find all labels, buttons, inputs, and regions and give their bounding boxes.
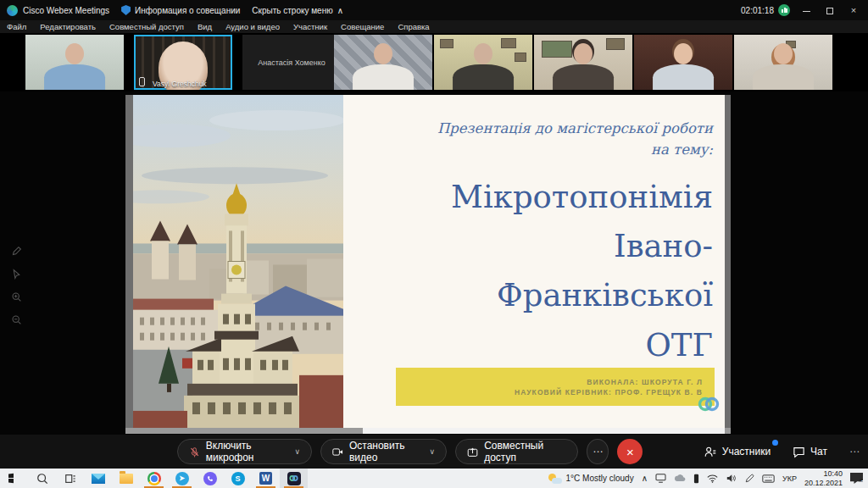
shared-slide-frame: Презентація до магістерської роботи на т… [125, 95, 731, 428]
tray-touch-keyboard-icon[interactable] [762, 474, 775, 483]
slide-photo-ivano-frankivsk [133, 95, 343, 428]
meeting-info-label: Информация о совещании [135, 6, 240, 15]
annotation-toolbar [11, 246, 22, 325]
mic-options-chevron-icon[interactable]: ∨ [295, 447, 301, 456]
more-options-button[interactable]: ⋯ [587, 439, 609, 464]
annotate-icon[interactable] [11, 246, 22, 257]
task-view-button[interactable] [56, 469, 84, 488]
taskbar-viber-app[interactable] [196, 469, 224, 488]
menu-participant[interactable]: Участник [293, 22, 327, 31]
meeting-info-button[interactable]: Информация о совещании [121, 5, 240, 15]
participant-tile[interactable] [25, 35, 124, 90]
tray-phone-icon[interactable] [693, 474, 699, 484]
stop-video-label: Остановить видео [349, 440, 424, 463]
participants-panel-button[interactable]: Участники [704, 446, 771, 458]
participant-tile[interactable]: Анастасія Хоменко [242, 35, 341, 90]
taskbar-word-app[interactable]: W [252, 469, 280, 488]
chat-icon [793, 446, 805, 458]
slide-title-line2: Івано- [352, 222, 713, 271]
shield-icon [121, 5, 131, 15]
menu-meeting[interactable]: Совещание [341, 22, 384, 31]
tray-volume-icon[interactable] [726, 474, 737, 483]
participant-tile[interactable] [734, 35, 832, 90]
skype-icon: S [231, 472, 245, 485]
participant-video-strip: Vasyl Greshchuk Анастасія Хоменко [0, 33, 868, 92]
zoom-out-icon[interactable] [11, 314, 22, 325]
taskbar-mail-app[interactable] [84, 469, 112, 488]
weather-icon [548, 474, 562, 484]
search-button[interactable] [28, 469, 56, 488]
notification-count-badge: 2 [859, 479, 866, 486]
maximize-button[interactable] [822, 5, 837, 15]
start-button[interactable] [0, 469, 28, 488]
title-bar: Cisco Webex Meetings Информация о совеща… [0, 0, 868, 20]
tray-wifi-icon[interactable] [707, 474, 718, 483]
zoom-in-icon[interactable] [11, 291, 22, 302]
pointer-icon[interactable] [11, 269, 22, 280]
video-options-chevron-icon[interactable]: ∨ [430, 447, 436, 456]
taskbar-chrome-app[interactable] [140, 469, 168, 488]
participant-tile[interactable] [534, 35, 632, 90]
webex-taskbar-icon [287, 472, 301, 485]
taskbar-webex-app[interactable] [280, 469, 308, 488]
action-center-icon[interactable]: 2 [850, 473, 863, 484]
participant-name: Vasyl Greshchuk [153, 80, 207, 88]
tray-pen-icon[interactable] [744, 474, 754, 484]
unmute-mic-label: Включить микрофон [206, 440, 289, 463]
slide-title-line3: Франківської [352, 271, 713, 320]
participant-tile[interactable] [334, 35, 432, 90]
hide-menu-button[interactable]: Скрыть строку меню ∧ [252, 6, 343, 15]
menu-share[interactable]: Совместный доступ [109, 22, 184, 31]
webex-logo-icon [7, 5, 18, 16]
webex-meeting-window: Cisco Webex Meetings Информация о совеща… [0, 0, 868, 488]
camera-icon [332, 446, 343, 458]
language-indicator[interactable]: УКР [782, 474, 797, 483]
unmute-mic-button[interactable]: Включить микрофон ∨ [177, 439, 312, 464]
clock-date: 20.12.2021 [804, 479, 843, 487]
windows-logo-icon [8, 473, 19, 484]
hide-menu-label: Скрыть строку меню [252, 6, 332, 15]
share-content-button[interactable]: Совместный доступ [455, 439, 578, 464]
close-button[interactable]: × [846, 5, 861, 15]
participant-tile-active-speaker[interactable]: Vasyl Greshchuk [134, 35, 232, 90]
clock-time: 10:40 [804, 469, 843, 478]
meeting-timer: 02:01:18 [741, 4, 790, 16]
credits-line1: ВИКОНАЛА: ШКОРУТА Г. Л [587, 378, 703, 386]
task-view-icon [64, 473, 76, 485]
more-panels-button[interactable]: ⋯ [849, 446, 860, 458]
slide-text-area: Презентація до магістерської роботи на т… [343, 95, 725, 428]
participant-tile[interactable] [634, 35, 732, 90]
slide-subtitle-line2: на тему: [352, 140, 713, 161]
taskbar-weather-widget[interactable]: 1°C Mostly cloudy [548, 474, 634, 484]
presentation-slide: Презентація до магістерської роботи на т… [133, 95, 725, 428]
participant-name: Анастасія Хоменко [242, 35, 341, 90]
leave-meeting-button[interactable]: × [617, 439, 643, 464]
slide-subtitle-line1: Презентація до магістерської роботи [352, 119, 713, 140]
chat-panel-button[interactable]: Чат [793, 446, 827, 458]
menu-edit[interactable]: Редактировать [40, 22, 96, 31]
tray-display-icon[interactable] [655, 474, 666, 483]
taskbar-telegram-app[interactable]: ➤ [168, 469, 196, 488]
viber-icon [203, 472, 217, 485]
share-content-label: Совместный доступ [484, 440, 566, 463]
webex-watermark-icon [698, 393, 720, 415]
minimize-button[interactable] [798, 5, 814, 15]
menu-help[interactable]: Справка [398, 22, 429, 31]
menu-audio-video[interactable]: Аудио и видео [225, 22, 280, 31]
menu-file[interactable]: Файл [7, 22, 26, 31]
slide-credits-banner: ВИКОНАЛА: ШКОРУТА Г. Л НАУКОВИЙ КЕРІВНИК… [396, 368, 715, 406]
phone-device-icon [139, 77, 145, 86]
participant-tile[interactable] [434, 35, 532, 90]
menu-view[interactable]: Вид [198, 22, 212, 31]
meeting-quality-icon [778, 4, 790, 16]
taskbar-skype-app[interactable]: S [224, 469, 252, 488]
taskbar-clock[interactable]: 10:40 20.12.2021 [804, 469, 843, 487]
next-page-edge [125, 428, 731, 434]
taskbar-file-explorer-app[interactable] [112, 469, 140, 488]
stop-video-button[interactable]: Остановить видео ∨ [320, 439, 447, 464]
tray-onedrive-icon[interactable] [674, 474, 686, 482]
chevron-up-icon: ∧ [337, 6, 343, 15]
chrome-icon [147, 472, 161, 485]
participants-icon [704, 446, 717, 458]
tray-hidden-icons-chevron[interactable]: ∧ [642, 474, 648, 483]
